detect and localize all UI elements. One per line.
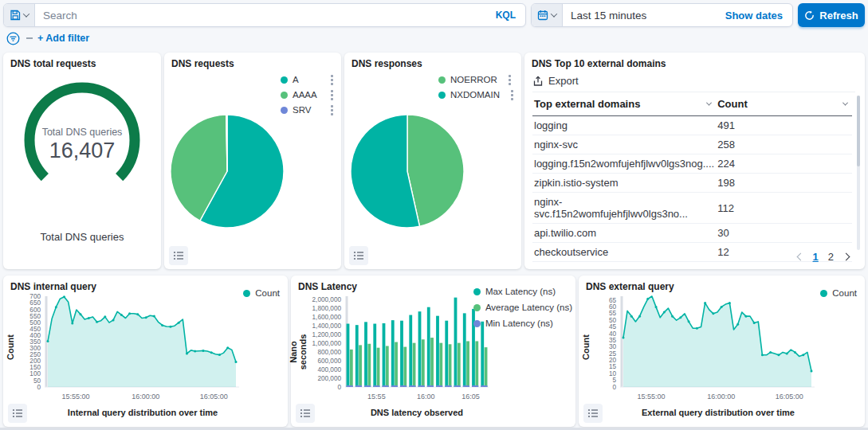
calendar-icon	[537, 10, 548, 21]
panel-dns-requests: DNS requests AAAAASRV	[164, 53, 341, 269]
gauge-center-label: Total DNS queries	[3, 127, 161, 138]
table-row: logging.f15n2womfujehfjlwv0lgs3nog....22…	[532, 154, 852, 174]
time-range-value[interactable]: Last 15 minutes	[563, 10, 725, 22]
list-icon	[11, 407, 24, 420]
svg-text:25: 25	[609, 350, 617, 358]
x-axis-title: DNS latency observed	[344, 408, 490, 417]
legend-item[interactable]: NXDOMAIN	[438, 90, 515, 100]
legend-toggle-button[interactable]	[583, 404, 603, 423]
sort-chevron-icon	[842, 100, 848, 106]
next-page-icon[interactable]	[842, 253, 850, 261]
svg-text:35: 35	[609, 337, 617, 344]
svg-text:0: 0	[612, 384, 616, 391]
legend-toggle-button[interactable]	[296, 404, 315, 423]
legend-item-label[interactable]: NOERROR	[450, 75, 497, 84]
svg-text:20: 20	[609, 357, 617, 364]
dns-latency-legend: Max Latency (ns)Average Latency (ns)Min …	[473, 287, 572, 334]
domain-cell: nginx-svc	[532, 135, 716, 154]
column-header-domains[interactable]: Top external domains	[532, 94, 716, 116]
legend-color-dot-icon	[438, 76, 446, 84]
legend-color-dot-icon	[281, 92, 288, 99]
show-dates-button[interactable]: Show dates	[725, 10, 792, 22]
external-query-legend: Count	[820, 288, 857, 304]
external-query-area-chart: 0510152025303540455055606515:55:0016:00:…	[583, 290, 846, 409]
legend-item-label[interactable]: NXDOMAIN	[450, 90, 500, 100]
divider	[532, 92, 855, 92]
svg-text:650: 650	[29, 299, 41, 307]
legend-item[interactable]: AAAA	[281, 90, 335, 100]
scrollbar-thumb[interactable]	[857, 96, 860, 166]
page-1-button[interactable]: 1	[813, 251, 819, 263]
page-2-button[interactable]: 2	[828, 251, 834, 263]
svg-text:600: 600	[29, 307, 41, 314]
filter-icon[interactable]	[6, 32, 20, 45]
previous-page-icon[interactable]	[796, 253, 804, 261]
kql-syntax-button[interactable]: KQL	[486, 10, 525, 21]
table-row: api.twilio.com30	[532, 224, 852, 243]
legend-toggle-button[interactable]	[349, 246, 368, 265]
column-header-label: Top external domains	[534, 98, 640, 110]
legend-item-label[interactable]: Average Latency (ns)	[485, 303, 572, 312]
legend-item[interactable]: Count	[820, 288, 857, 298]
legend-color-dot-icon	[438, 92, 446, 99]
svg-text:400,000: 400,000	[317, 366, 341, 373]
domain-cell: api.twilio.com	[532, 224, 716, 243]
kibana-dns-dashboard: KQL Last 15 minutes Show dates Refresh	[0, 0, 868, 430]
legend-item-label[interactable]: A	[293, 75, 320, 84]
panel-dns-top-external-domains: DNS Top 10 external domains Export Top e…	[524, 53, 865, 269]
svg-text:15:55:00: 15:55:00	[638, 393, 666, 401]
legend-item[interactable]: NOERROR	[438, 75, 515, 84]
svg-text:0: 0	[337, 384, 341, 391]
svg-text:300: 300	[29, 345, 41, 352]
legend-item-label[interactable]: Count	[255, 288, 280, 298]
legend-item-label[interactable]: Min Latency (ns)	[485, 319, 553, 328]
legend-item-menu-icon[interactable]	[331, 94, 333, 96]
table-row: logging491	[532, 116, 852, 135]
table-pagination: 1 2	[798, 251, 849, 263]
quick-select-menu-button[interactable]	[532, 4, 563, 26]
svg-text:45: 45	[609, 323, 617, 330]
refresh-button[interactable]: Refresh	[798, 3, 865, 27]
column-header-count[interactable]: Count	[716, 94, 852, 116]
legend-item-label[interactable]: Count	[832, 288, 857, 298]
svg-text:16:05:00: 16:05:00	[776, 393, 803, 401]
saved-query-menu-button[interactable]	[4, 4, 35, 26]
count-cell: 258	[716, 135, 852, 154]
svg-text:0: 0	[37, 384, 41, 391]
list-icon	[299, 407, 312, 420]
legend-item[interactable]: A	[281, 75, 335, 84]
search-input[interactable]	[35, 10, 486, 22]
domain-cell: nginx-svc.f15n2womfujehfjlwv0lgs3no...	[532, 193, 716, 224]
svg-text:600,000: 600,000	[317, 358, 341, 365]
legend-item-label[interactable]: AAAA	[293, 90, 320, 100]
legend-item[interactable]: Min Latency (ns)	[473, 319, 572, 328]
domain-cell: logging.f15n2womfujehfjlwv0lgs3nog....	[532, 154, 716, 174]
legend-item[interactable]: SRV	[281, 105, 335, 115]
svg-text:1,200,000: 1,200,000	[312, 331, 342, 338]
svg-text:55: 55	[609, 310, 617, 317]
legend-item[interactable]: Max Latency (ns)	[473, 287, 572, 296]
table-scrollbar[interactable]	[857, 96, 860, 250]
legend-toggle-button[interactable]	[8, 404, 27, 423]
panel-dns-internal-query: DNS internal query Count 050100150200250…	[3, 276, 288, 427]
legend-item-label[interactable]: SRV	[293, 105, 320, 115]
svg-text:16:00:00: 16:00:00	[132, 393, 159, 401]
table-row: nginx-svc.f15n2womfujehfjlwv0lgs3no...11…	[532, 193, 852, 224]
internal-query-legend: Count	[243, 288, 280, 304]
svg-text:65: 65	[609, 297, 617, 304]
svg-text:200,000: 200,000	[317, 375, 341, 382]
refresh-label: Refresh	[819, 10, 858, 22]
export-button[interactable]: Export	[532, 75, 579, 87]
legend-toggle-button[interactable]	[169, 246, 188, 265]
svg-text:450: 450	[29, 326, 41, 333]
legend-item-menu-icon[interactable]	[331, 79, 333, 81]
svg-text:15:55: 15:55	[367, 393, 386, 401]
svg-text:150: 150	[29, 364, 41, 371]
legend-item-label[interactable]: Max Latency (ns)	[485, 287, 556, 296]
legend-item-menu-icon[interactable]	[509, 79, 511, 81]
legend-item-menu-icon[interactable]	[511, 94, 513, 96]
add-filter-button[interactable]: + Add filter	[37, 33, 89, 44]
legend-item[interactable]: Average Latency (ns)	[473, 303, 572, 312]
legend-item[interactable]: Count	[243, 288, 280, 298]
legend-item-menu-icon[interactable]	[331, 109, 333, 111]
